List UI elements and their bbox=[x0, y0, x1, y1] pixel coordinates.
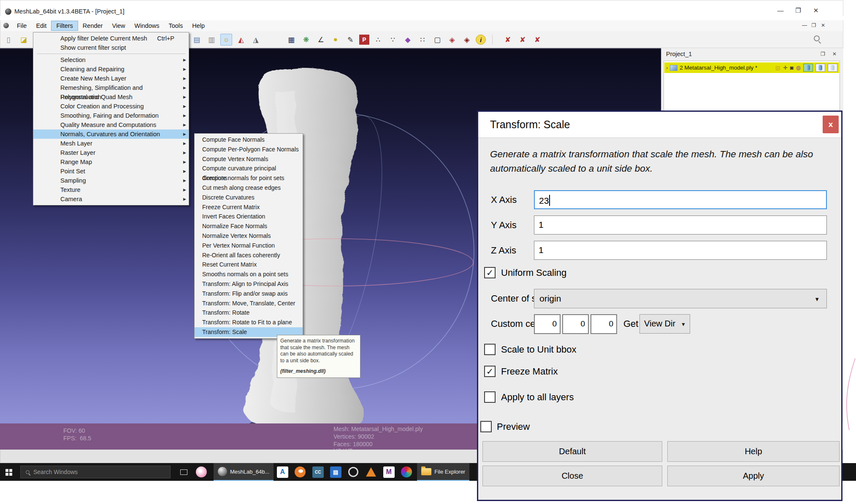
scale-to-unit-bbox-checkbox[interactable] bbox=[484, 344, 496, 355]
menu-item-mesh-layer[interactable]: Mesh Layer▶ bbox=[33, 139, 189, 148]
menu-view[interactable]: View bbox=[107, 21, 130, 30]
submenu-item-reorient-faces[interactable]: Re-Orient all faces coherently bbox=[195, 251, 303, 260]
bbox-icon[interactable]: ▧ bbox=[775, 65, 780, 71]
open-project-icon[interactable]: ◪ bbox=[18, 34, 30, 46]
media-app-button[interactable] bbox=[344, 463, 362, 481]
align-tool-icon[interactable]: ∵ bbox=[387, 34, 399, 46]
points-mode-icon[interactable]: ▦ bbox=[285, 34, 297, 46]
menu-help[interactable]: Help bbox=[187, 21, 209, 30]
submenu-item-normalize-face[interactable]: Normalize Face Normals bbox=[195, 221, 303, 231]
menu-item-raster-layer[interactable]: Raster Layer▶ bbox=[33, 148, 189, 157]
submenu-item-transform-align[interactable]: Transform: Align to Principal Axis bbox=[195, 279, 303, 289]
z-axis-input[interactable]: 1 bbox=[534, 241, 827, 260]
view-dir-dropdown[interactable]: View Dir ▼ bbox=[639, 314, 690, 334]
delete-all-icon[interactable]: ✘ bbox=[531, 34, 543, 46]
submenu-item-normalize-vertex[interactable]: Normalize Vertex Normals bbox=[195, 231, 303, 241]
light-toggle-icon[interactable]: ☼ bbox=[220, 34, 232, 46]
mdi-restore-button[interactable]: ❐ bbox=[810, 22, 818, 28]
vlc-app-button[interactable] bbox=[362, 463, 380, 481]
center-of-scaling-dropdown[interactable]: origin ▼ bbox=[534, 289, 827, 308]
x-axis-input[interactable]: 23 bbox=[534, 190, 827, 209]
blue-app-button[interactable]: ▤ bbox=[327, 463, 344, 481]
color-projection-icon[interactable]: ◆ bbox=[402, 34, 414, 46]
menu-item-smoothing[interactable]: Smoothing, Fairing and Deformation▶ bbox=[33, 111, 189, 120]
menu-filters[interactable]: Filters bbox=[51, 21, 78, 31]
raster-mode-icon[interactable]: ▥ bbox=[206, 34, 217, 46]
search-filter-icon[interactable] bbox=[814, 35, 820, 41]
menu-render[interactable]: Render bbox=[78, 21, 108, 30]
menu-file[interactable]: File bbox=[12, 21, 31, 30]
custom-center-y-input[interactable]: 0 bbox=[562, 314, 589, 334]
menu-item-show-filter-script[interactable]: Show current filter script bbox=[33, 43, 189, 52]
file-explorer-button[interactable]: File Explorer bbox=[417, 463, 469, 481]
submenu-item-compute-face-normals[interactable]: Compute Face Normals bbox=[195, 135, 303, 145]
custom-center-z-input[interactable]: 0 bbox=[591, 314, 617, 334]
label-toggle-icon[interactable]: ◙ bbox=[790, 65, 794, 71]
menu-edit[interactable]: Edit bbox=[31, 21, 51, 30]
submenu-item-transform-rotate[interactable]: Transform: Rotate bbox=[195, 308, 303, 318]
window-close-button[interactable]: ✕ bbox=[809, 7, 823, 14]
dialog-title-bar[interactable]: Transform: Scale bbox=[478, 112, 841, 138]
lasso-selection-icon[interactable]: ▢ bbox=[431, 34, 443, 46]
measure-tool-icon[interactable]: ∠ bbox=[315, 34, 327, 46]
menu-tools[interactable]: Tools bbox=[164, 21, 187, 30]
wire-sphere-icon[interactable]: ◍ bbox=[796, 65, 801, 71]
quality-mapper-icon[interactable]: ● bbox=[330, 34, 341, 46]
menu-item-quality-measure[interactable]: Quality Measure and Computations▶ bbox=[33, 120, 189, 129]
visibility-off-button[interactable] bbox=[828, 64, 837, 72]
close-button[interactable]: Close bbox=[482, 466, 662, 486]
submenu-item-discrete-curvatures[interactable]: Discrete Curvatures bbox=[195, 193, 303, 202]
default-button[interactable]: Default bbox=[482, 441, 662, 462]
preview-checkbox[interactable] bbox=[480, 421, 492, 432]
menu-item-camera[interactable]: Camera▶ bbox=[33, 194, 189, 204]
meshlab-taskbar-button[interactable]: MeshLab_64b... bbox=[214, 463, 274, 481]
submenu-item-curvature-principal[interactable]: Compute curvature principal directions bbox=[195, 164, 303, 173]
menu-item-point-set[interactable]: Point Set▶ bbox=[33, 167, 189, 176]
submenu-item-invert-faces[interactable]: Invert Faces Orientation bbox=[195, 212, 303, 221]
menu-item-range-map[interactable]: Range Map▶ bbox=[33, 157, 189, 167]
submenu-item-compute-per-polygon[interactable]: Compute Per-Polygon Face Normals bbox=[195, 145, 303, 154]
uniform-scaling-checkbox[interactable]: ✓ bbox=[484, 267, 496, 278]
photos-app-button[interactable] bbox=[192, 463, 210, 481]
vertex-selection-icon[interactable]: ∷ bbox=[417, 34, 428, 46]
submenu-item-freeze-matrix[interactable]: Freeze Current Matrix bbox=[195, 202, 303, 212]
menu-item-sampling[interactable]: Sampling▶ bbox=[33, 176, 189, 185]
swirl-app-button[interactable] bbox=[398, 463, 415, 481]
flat-shading-icon[interactable]: ❋ bbox=[300, 34, 312, 46]
panel-close-icon[interactable]: ✕ bbox=[832, 51, 837, 57]
layer-row[interactable]: › 2 Metatarsal_High_model.ply * ▧ ✛ ◙ ◍ bbox=[664, 62, 839, 73]
z-painting-icon[interactable]: ✎ bbox=[344, 34, 356, 46]
submenu-item-transform-move[interactable]: Transform: Move, Translate, Center bbox=[195, 299, 303, 308]
custom-center-x-input[interactable]: 0 bbox=[534, 314, 561, 334]
visibility-on-button[interactable] bbox=[803, 64, 813, 72]
submenu-item-smooth-normals[interactable]: Smooths normals on a point sets bbox=[195, 270, 303, 279]
delete-mesh-icon[interactable]: ✘ bbox=[502, 34, 514, 46]
menu-item-create-new-mesh-layer[interactable]: Create New Mesh Layer▶ bbox=[33, 74, 189, 83]
select-vertices-icon[interactable]: ◈ bbox=[461, 34, 473, 46]
submenu-item-transform-flip[interactable]: Transform: Flip and/or swap axis bbox=[195, 289, 303, 299]
raster-photo-icon[interactable]: P bbox=[359, 35, 369, 45]
point-picking-icon[interactable]: ∴ bbox=[372, 34, 384, 46]
taskbar-search-input[interactable]: Search Windows bbox=[20, 466, 171, 478]
visibility-button[interactable] bbox=[815, 64, 825, 72]
wireframe-icon[interactable]: ◭ bbox=[235, 34, 247, 46]
submenu-item-per-vertex-function[interactable]: Per Vertex Normal Function bbox=[195, 241, 303, 251]
mdi-close-button[interactable]: ✕ bbox=[819, 22, 827, 28]
window-minimize-button[interactable]: — bbox=[773, 7, 788, 14]
menu-windows[interactable]: Windows bbox=[130, 21, 164, 30]
start-button[interactable] bbox=[0, 463, 20, 481]
panel-float-icon[interactable]: ❐ bbox=[821, 51, 825, 57]
apply-to-all-layers-checkbox[interactable] bbox=[484, 391, 496, 403]
menu-item-normals-curvatures[interactable]: Normals, Curvatures and Orientation▶ bbox=[33, 129, 189, 139]
delete-raster-icon[interactable]: ✘ bbox=[517, 34, 528, 46]
submenu-item-reset-matrix[interactable]: Reset Current Matrix bbox=[195, 260, 303, 270]
menu-item-color-creation[interactable]: Color Creation and Processing▶ bbox=[33, 102, 189, 111]
submenu-item-normals-point-sets[interactable]: Compute normals for point sets bbox=[195, 173, 303, 183]
new-project-icon[interactable]: ▯ bbox=[3, 34, 14, 46]
blender-app-button[interactable] bbox=[291, 463, 309, 481]
help-button[interactable]: Help bbox=[667, 441, 840, 462]
freeze-matrix-checkbox[interactable]: ✓ bbox=[484, 366, 496, 377]
layer-label[interactable]: 2 Metatarsal_High_model.ply * bbox=[680, 65, 757, 71]
menu-item-apply-filter[interactable]: Apply filter Delete Current MeshCtrl+P bbox=[33, 34, 189, 43]
menu-item-remeshing[interactable]: Remeshing, Simplification and Reconstruc… bbox=[33, 83, 189, 92]
